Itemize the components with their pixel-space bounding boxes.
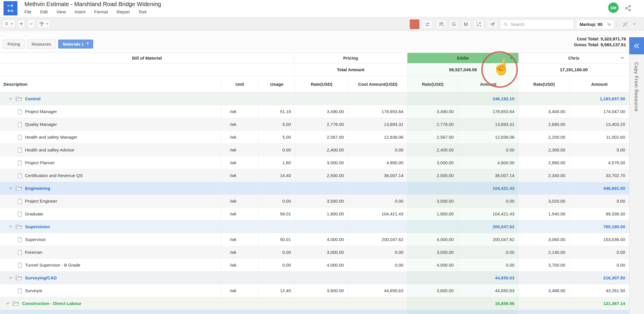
column-header-rate-usd-[interactable]: Rate(USD) (518, 76, 569, 92)
cell-eddie-rate[interactable] (407, 182, 458, 195)
cell-unit[interactable]: /wk (221, 284, 258, 297)
cell-chris-amount[interactable]: 0.00 (569, 259, 629, 271)
cell-usage[interactable]: 50.01 (258, 233, 295, 246)
cell-chris-amount[interactable]: 174,047.00 (569, 105, 629, 118)
cell-eddie-rate[interactable]: 3,000.00 (407, 156, 458, 169)
chevron-down-icon[interactable] (6, 302, 10, 305)
cell-eddie-amount[interactable]: 0.00 (458, 246, 518, 258)
table-row[interactable]: Project Planner/wk1.603,000.004,800.003,… (0, 156, 629, 169)
cell-eddie-rate[interactable]: 2,778.00 (407, 118, 458, 131)
cell-rate[interactable] (295, 272, 348, 284)
column-header-cost-amount-usd-[interactable]: Cost Amount(USD) (348, 76, 407, 92)
side-panel[interactable]: Copy From Resource (629, 53, 644, 314)
cell-description[interactable]: Certification and Revenue QS (0, 169, 221, 182)
column-header-rate-usd-[interactable]: Rate(USD) (407, 76, 458, 92)
cell-unit[interactable]: /wk (221, 144, 258, 156)
cell-unit[interactable]: /wk (221, 195, 258, 207)
search-input[interactable] (510, 22, 571, 27)
chris-total-amount[interactable]: 17,191,100.00 (518, 63, 629, 76)
cell-rate[interactable]: 4,000.00 (295, 233, 348, 246)
cell-eddie-rate[interactable]: 2,567.00 (407, 131, 458, 143)
tab-materials-1[interactable]: Materials 1× (58, 40, 94, 49)
cell-chris-amount[interactable]: 0.00 (569, 144, 629, 156)
cell-eddie-amount[interactable]: 44,650.63 (458, 272, 518, 284)
team-button[interactable] (436, 20, 447, 29)
cell-cost[interactable]: 0.00 (348, 259, 407, 271)
cell-chris-rate[interactable] (518, 92, 569, 105)
chevron-down-icon[interactable] (633, 24, 636, 25)
cell-description[interactable]: Foreman (0, 246, 221, 258)
cell-unit[interactable]: /wk (221, 246, 258, 258)
cell-description[interactable]: Quality Manager (0, 118, 221, 131)
add-row-button[interactable]: + (17, 19, 25, 28)
cell-eddie-amount[interactable]: 16,859.96 (458, 297, 518, 310)
cell-rate[interactable]: 4,000.00 (295, 259, 348, 271)
cell-chris-amount[interactable]: 43,261.50 (569, 284, 629, 297)
cell-eddie-amount[interactable]: 246,192.15 (458, 92, 518, 105)
cell-chris-rate[interactable]: 1,540.00 (518, 208, 569, 220)
cell-usage[interactable]: 14.40 (258, 169, 295, 182)
cell-chris-amount[interactable]: 153,036.00 (569, 233, 629, 246)
table-row[interactable]: Health and safety Manager/wk5.002,567.00… (0, 131, 629, 144)
cell-usage[interactable]: 0.00 (258, 144, 295, 156)
cell-cost[interactable] (348, 92, 407, 105)
cell-eddie-amount[interactable]: 36,007.14 (458, 169, 518, 182)
table-row-partial[interactable] (0, 310, 629, 314)
tab-pricing[interactable]: Pricing (3, 40, 25, 49)
cell-rate[interactable]: 2,400.00 (295, 144, 348, 156)
chevron-down-icon[interactable] (11, 23, 13, 25)
cell-unit[interactable]: /wk (221, 156, 258, 169)
format-painter-button[interactable] (37, 19, 51, 28)
cell-eddie-amount[interactable]: 0.00 (458, 259, 518, 271)
cell-chris-amount[interactable]: 89,338.30 (569, 208, 629, 220)
cell-eddie-rate[interactable]: 3,500.00 (407, 195, 458, 207)
cell-eddie-rate[interactable]: 3,600.00 (407, 284, 458, 297)
cell-rate[interactable]: 3,500.00 (295, 195, 348, 207)
cell-cost[interactable] (348, 182, 407, 195)
cell-usage[interactable]: 12.40 (258, 284, 295, 297)
cell-rate[interactable] (295, 92, 348, 105)
table-row[interactable]: Certification and Revenue QS/wk14.402,50… (0, 169, 629, 182)
table-row[interactable]: Graduate/wk58.011,800.00104,421.431,800.… (0, 208, 629, 220)
cell-rate[interactable]: 3,000.00 (295, 156, 348, 169)
cell-eddie-amount[interactable]: 200,047.62 (458, 233, 518, 246)
chris-column-header[interactable]: Chris (518, 53, 629, 63)
cell-eddie-rate[interactable]: 2,500.00 (407, 169, 458, 182)
cell-usage[interactable]: 51.19 (258, 105, 295, 118)
copy-from-resource-tab[interactable]: Copy From Resource (634, 62, 639, 112)
table-row[interactable]: Foreman/wk0.003,000.000.003,000.000.002,… (0, 246, 629, 259)
cell-chris-rate[interactable]: 2,680.00 (518, 118, 569, 131)
cell-rate[interactable]: 3,000.00 (295, 246, 348, 258)
table-row[interactable]: Tunnel Supervisor - B Grade/wk0.004,000.… (0, 259, 629, 272)
cell-usage[interactable]: 5.00 (258, 118, 295, 131)
menu-item-format[interactable]: Format (94, 9, 108, 14)
cell-description[interactable]: Health and safety Manager (0, 131, 221, 143)
cell-unit[interactable] (221, 92, 258, 105)
cell-cost[interactable] (348, 272, 407, 284)
table-row[interactable]: Surveyor/wk12.403,600.0044,650.633,600.0… (0, 284, 629, 297)
cell-usage[interactable]: 5.00 (258, 131, 295, 143)
collapse-side-panel-button[interactable] (629, 37, 644, 54)
cell-cost[interactable]: 0.00 (348, 144, 407, 156)
g-button[interactable]: G (449, 20, 459, 29)
tab-close-icon[interactable]: × (86, 41, 89, 46)
cell-cost[interactable]: 4,800.00 (348, 156, 407, 169)
menu-item-file[interactable]: File (24, 9, 31, 14)
column-header-amount[interactable]: Amount (458, 76, 518, 92)
cell-usage[interactable] (258, 297, 295, 310)
table-row[interactable]: Engineering104,421.43446,691.50 (0, 182, 629, 195)
cell-usage[interactable]: 58.01 (258, 208, 295, 220)
cell-description[interactable]: Project Manager (0, 105, 221, 118)
cell-chris-amount[interactable]: 216,307.50 (569, 272, 629, 284)
chevron-down-icon[interactable] (46, 23, 49, 25)
cell-rate[interactable]: 1,800.00 (295, 208, 348, 220)
cell-rate[interactable] (295, 182, 348, 195)
cell-description[interactable]: Surveyor (0, 284, 221, 297)
cell-chris-amount[interactable]: 4,576.00 (569, 156, 629, 169)
menu-item-edit[interactable]: Edit (40, 9, 48, 14)
cell-chris-amount[interactable]: 446,691.50 (569, 182, 629, 195)
chevron-down-icon[interactable] (9, 276, 12, 279)
cell-chris-amount[interactable]: 33,702.70 (569, 169, 629, 182)
cell-eddie-amount[interactable]: 44,650.63 (458, 284, 518, 297)
cell-eddie-rate[interactable]: 4,000.00 (407, 259, 458, 271)
